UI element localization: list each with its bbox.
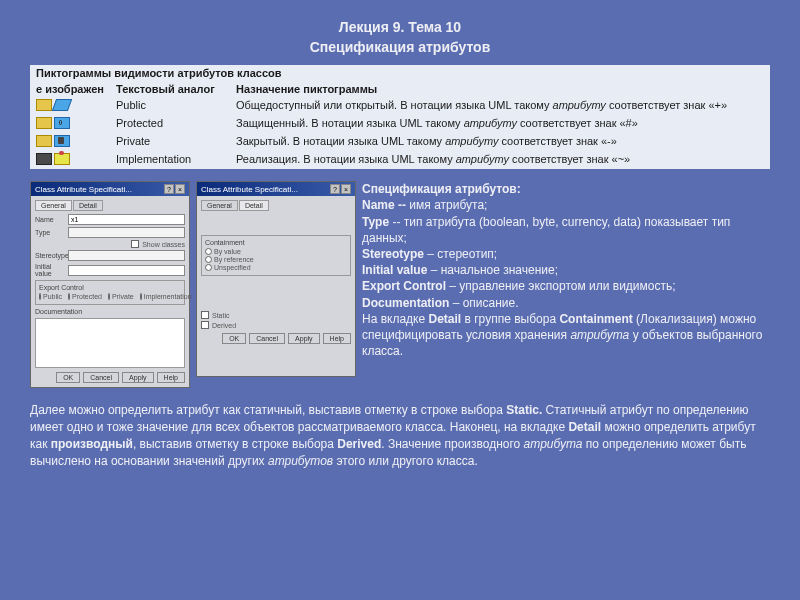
text-analog: Private [110, 133, 230, 151]
radio-impl[interactable] [140, 293, 142, 300]
tab-detail[interactable]: Detail [239, 200, 269, 211]
init-input[interactable] [68, 265, 185, 276]
purpose-cell: Защищенный. В нотации языка UML такому а… [230, 115, 770, 133]
tab-general[interactable]: General [35, 200, 72, 211]
close-icon[interactable]: × [175, 184, 185, 194]
visibility-table: Пиктограммы видимости атрибутов классов … [30, 65, 770, 169]
type-label: Type [35, 229, 65, 236]
text-analog: Protected [110, 115, 230, 133]
static-label: Static [212, 312, 230, 319]
icon-protected [30, 115, 110, 133]
ok-button[interactable]: OK [222, 333, 246, 344]
init-label: Initial value [35, 263, 65, 277]
cancel-button[interactable]: Cancel [249, 333, 285, 344]
tab-general[interactable]: General [201, 200, 238, 211]
lecture-line: Лекция 9. Тема 10 [30, 18, 770, 38]
dialog-general: Class Attribute Specificati... ?× Genera… [30, 181, 190, 388]
containment-group: Containment By value By reference Unspec… [201, 235, 351, 276]
type-combo[interactable] [68, 227, 185, 238]
tab-detail[interactable]: Detail [73, 200, 103, 211]
close-icon[interactable]: × [341, 184, 351, 194]
icon-private [30, 133, 110, 151]
documentation-textarea[interactable] [35, 318, 185, 368]
text-analog: Public [110, 97, 230, 115]
help-button[interactable]: Help [157, 372, 185, 383]
th-icon: е изображен [30, 81, 110, 97]
show-classes-checkbox[interactable] [131, 240, 139, 248]
dialog-titlebar: Class Attribute Specificati... ?× [197, 182, 355, 196]
cancel-button[interactable]: Cancel [83, 372, 119, 383]
dialog-title: Class Attribute Specificati... [35, 185, 132, 194]
purpose-cell: Реализация. В нотации языка UML такому а… [230, 151, 770, 169]
help-icon[interactable]: ? [164, 184, 174, 194]
static-checkbox[interactable] [201, 311, 209, 319]
apply-button[interactable]: Apply [288, 333, 320, 344]
stereo-label: Stereotype [35, 252, 65, 259]
bottom-paragraph: Далее можно определить атрибут как стати… [30, 402, 770, 469]
radio-byref[interactable] [205, 256, 212, 263]
radio-protected[interactable] [68, 293, 70, 300]
table-row: Public Общедоступный или открытый. В нот… [30, 97, 770, 115]
name-label: Name [35, 216, 65, 223]
export-control-group: Export Control Public Protected Private … [35, 280, 185, 305]
spec-text: Спецификация атрибутов: Name -- имя атри… [362, 181, 770, 359]
radio-byvalue[interactable] [205, 248, 212, 255]
radio-unspec[interactable] [205, 264, 212, 271]
dialog-detail: Class Attribute Specificati... ?× Genera… [196, 181, 356, 377]
derived-checkbox[interactable] [201, 321, 209, 329]
radio-private[interactable] [108, 293, 110, 300]
table-row: Protected Защищенный. В нотации языка UM… [30, 115, 770, 133]
radio-public[interactable] [39, 293, 41, 300]
help-icon[interactable]: ? [330, 184, 340, 194]
derived-label: Derived [212, 322, 236, 329]
table-title: Пиктограммы видимости атрибутов классов [30, 65, 770, 81]
table-row: Private Закрытый. В нотации языка UML та… [30, 133, 770, 151]
purpose-cell: Общедоступный или открытый. В нотации яз… [230, 97, 770, 115]
icon-public [30, 97, 110, 115]
stereo-combo[interactable] [68, 250, 185, 261]
purpose-cell: Закрытый. В нотации языка UML такому атр… [230, 133, 770, 151]
show-classes-label: Show classes [142, 241, 185, 248]
dialog-title: Class Attribute Specificati... [201, 185, 298, 194]
page-header: Лекция 9. Тема 10 Спецификация атрибутов [30, 18, 770, 57]
title-line: Спецификация атрибутов [30, 38, 770, 58]
table-row: Implementation Реализация. В нотации язы… [30, 151, 770, 169]
text-analog: Implementation [110, 151, 230, 169]
ok-button[interactable]: OK [56, 372, 80, 383]
name-input[interactable] [68, 214, 185, 225]
dialog-titlebar: Class Attribute Specificati... ?× [31, 182, 189, 196]
icon-implementation [30, 151, 110, 169]
documentation-label: Documentation [35, 308, 185, 315]
th-purpose: Назначение пиктограммы [230, 81, 770, 97]
help-button[interactable]: Help [323, 333, 351, 344]
apply-button[interactable]: Apply [122, 372, 154, 383]
th-text-analog: Текстовый аналог [110, 81, 230, 97]
